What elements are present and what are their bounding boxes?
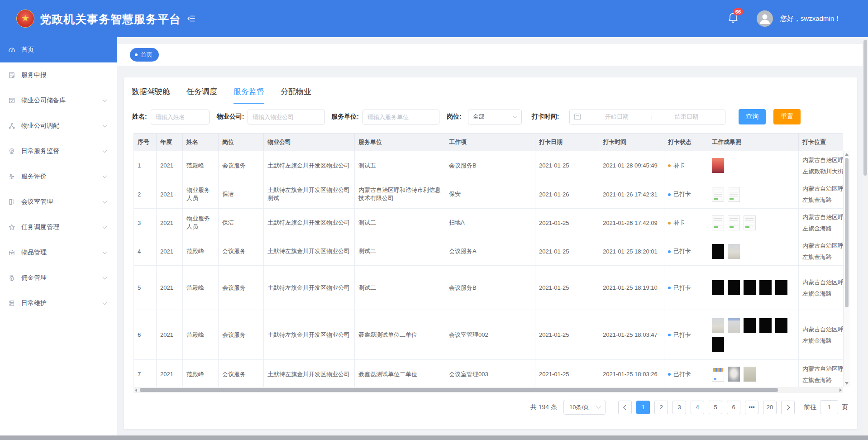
cell-status: 补卡 xyxy=(664,209,708,237)
work-result-photo[interactable] xyxy=(728,215,740,230)
sidebar-item-11[interactable]: 日常维护 xyxy=(0,291,117,316)
query-button[interactable]: 查询 xyxy=(739,109,766,124)
cell-unit: 聂鑫磊测试单位二单位 xyxy=(355,310,445,360)
scroll-left-arrow-icon[interactable] xyxy=(135,388,137,392)
page-size-select[interactable]: 10条/页 xyxy=(563,400,606,415)
dashboard-icon xyxy=(8,46,15,53)
cell-date: 2021-01-26 xyxy=(535,180,599,209)
sidebar-item-10[interactable]: 佣金管理 xyxy=(0,265,117,291)
scroll-down-arrow-icon[interactable] xyxy=(845,382,849,385)
menu-collapse-icon[interactable] xyxy=(187,14,196,23)
work-result-photo[interactable] xyxy=(712,367,724,382)
end-date-placeholder[interactable]: 结束日期 xyxy=(653,113,721,121)
work-result-photo[interactable] xyxy=(728,280,740,295)
sidebar-item-label: 日常维护 xyxy=(21,299,47,307)
work-result-photo[interactable] xyxy=(744,318,756,333)
browser-vertical-scrollbar[interactable] xyxy=(863,37,868,435)
cell-date: 2021-01-25 xyxy=(535,360,599,387)
work-result-photo[interactable] xyxy=(775,318,787,333)
more-pages-button[interactable]: ••• xyxy=(745,401,758,414)
cell-name: 范殿峰 xyxy=(183,151,219,180)
page-button-1[interactable]: 1 xyxy=(636,401,650,414)
app-header: ★ 党政机关事务智慧服务平台 66 您好，swzxadmin！ xyxy=(0,0,868,37)
sidebar-item-6[interactable]: 服务评价 xyxy=(0,164,117,189)
avatar[interactable] xyxy=(757,10,773,27)
sidebar-item-3[interactable]: 物业公司储备库 xyxy=(0,88,117,113)
sidebar-item-8[interactable]: 任务调度管理 xyxy=(0,215,117,240)
browser-scroll-thumb[interactable] xyxy=(863,40,867,176)
company-filter-input[interactable] xyxy=(248,110,325,124)
page-button-20[interactable]: 20 xyxy=(763,401,777,414)
work-result-photo[interactable] xyxy=(744,367,756,382)
cell-no: 5 xyxy=(134,266,157,310)
unit-filter-input[interactable] xyxy=(362,110,439,124)
sidebar-item-4[interactable]: 物业公司调配 xyxy=(0,113,117,139)
work-result-photo[interactable] xyxy=(712,244,724,259)
work-result-photo[interactable] xyxy=(744,280,756,295)
checkin-daterange-input[interactable]: 开始日期 : 结束日期 xyxy=(569,110,725,124)
page-button-4[interactable]: 4 xyxy=(691,401,704,414)
tab-3[interactable]: 服务监督 xyxy=(234,86,264,104)
sidebar-item-7[interactable]: 会议室管理 xyxy=(0,189,117,215)
greeting-text: 您好，swzxadmin！ xyxy=(780,14,841,23)
work-result-photo[interactable] xyxy=(759,318,772,333)
sidebar-item-5[interactable]: 日常服务监督 xyxy=(0,139,117,164)
tab-2[interactable]: 任务调度 xyxy=(186,86,217,104)
work-result-photo[interactable] xyxy=(712,337,724,352)
page-button-6[interactable]: 6 xyxy=(727,401,740,414)
cell-location: 内蒙古自治区呼和浩左旗金海路 xyxy=(799,310,844,360)
table-horizontal-scrollbar[interactable] xyxy=(134,387,843,393)
start-date-placeholder[interactable]: 开始日期 xyxy=(582,113,651,121)
tab-4[interactable]: 分配物业 xyxy=(281,86,311,104)
post-filter-select[interactable]: 全部 xyxy=(468,110,522,124)
vertical-scroll-thumb[interactable] xyxy=(845,158,849,307)
page-button-3[interactable]: 3 xyxy=(672,401,686,414)
work-result-photo[interactable] xyxy=(712,158,724,173)
horizontal-scroll-thumb[interactable] xyxy=(140,388,778,392)
chevron-right-icon xyxy=(785,405,790,410)
table-vertical-scrollbar[interactable] xyxy=(843,151,850,387)
cell-time: 2021-01-26 17:42:31 xyxy=(599,180,664,209)
work-result-photo[interactable] xyxy=(712,280,724,295)
cell-location: 内蒙古自治区呼和浩左旗金海路 xyxy=(799,360,844,387)
sidebar-item-1[interactable]: 首页 xyxy=(0,37,117,62)
next-page-button[interactable] xyxy=(781,401,795,414)
scroll-right-arrow-icon[interactable] xyxy=(839,388,842,392)
page-button-5[interactable]: 5 xyxy=(709,401,722,414)
cell-photos xyxy=(708,237,799,266)
location-line2: 左旗敕勒川大街 xyxy=(802,166,839,177)
sidebar-item-label: 物业公司储备库 xyxy=(21,96,66,105)
declare-icon xyxy=(8,72,15,79)
cell-task: 保安 xyxy=(445,180,535,209)
work-result-photo[interactable] xyxy=(728,318,740,333)
name-filter-input[interactable] xyxy=(151,110,210,124)
work-result-photo[interactable] xyxy=(759,280,772,295)
work-result-photo[interactable] xyxy=(712,318,724,333)
work-result-photo[interactable] xyxy=(728,367,740,382)
breadcrumb-tag-home[interactable]: 首页 xyxy=(130,48,159,62)
column-header: 序号 xyxy=(134,134,157,151)
chevron-down-icon xyxy=(103,98,107,102)
commission-icon xyxy=(8,274,15,282)
browser-horizontal-scrollbar[interactable] xyxy=(0,435,868,440)
work-result-photo[interactable] xyxy=(712,187,724,202)
scroll-up-arrow-icon[interactable] xyxy=(845,153,849,156)
app-title: 党政机关事务智慧服务平台 xyxy=(40,12,181,27)
cell-year: 2021 xyxy=(157,310,183,360)
reset-button[interactable]: 重置 xyxy=(773,109,801,124)
tab-1[interactable]: 数据驾驶舱 xyxy=(132,86,170,104)
sidebar-item-9[interactable]: 物品管理 xyxy=(0,240,117,265)
sidebar-item-label: 佣金管理 xyxy=(21,274,47,282)
sidebar-item-2[interactable]: 服务申报 xyxy=(0,62,117,88)
goto-page-input[interactable] xyxy=(820,400,838,414)
work-result-photo[interactable] xyxy=(728,244,740,259)
work-result-photo[interactable] xyxy=(728,187,740,202)
work-result-photo[interactable] xyxy=(775,280,787,295)
tab-bar: 数据驾驶舱任务调度服务监督分配物业 xyxy=(132,86,311,104)
notification-bell-icon[interactable]: 66 xyxy=(728,12,739,25)
work-result-photo[interactable] xyxy=(712,215,724,230)
cell-post: 会议服务 xyxy=(219,310,264,360)
work-result-photo[interactable] xyxy=(744,215,756,230)
prev-page-button[interactable] xyxy=(618,401,632,414)
page-button-2[interactable]: 2 xyxy=(654,401,668,414)
